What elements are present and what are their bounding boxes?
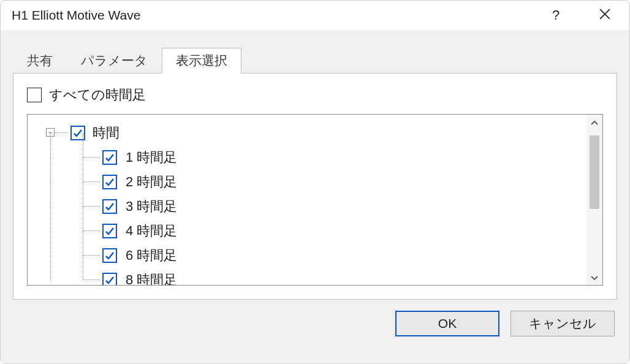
vertical-scrollbar[interactable] bbox=[586, 115, 602, 285]
tree-item[interactable]: 2 時間足 bbox=[41, 170, 583, 194]
all-timeframes-row[interactable]: すべての時間足 bbox=[27, 86, 603, 104]
tab-parameters[interactable]: パラメータ bbox=[67, 47, 162, 73]
tree-item-checkbox[interactable] bbox=[102, 150, 117, 165]
tab-panel-display-selection: すべての時間足 − bbox=[13, 73, 617, 300]
tree-root-hours[interactable]: − 時間 bbox=[41, 121, 583, 145]
chevron-up-icon bbox=[591, 116, 598, 130]
button-bar: OK キャンセル bbox=[1, 300, 629, 336]
scroll-track[interactable] bbox=[586, 131, 602, 269]
help-icon: ? bbox=[552, 7, 560, 23]
tab-label: 表示選択 bbox=[176, 52, 227, 69]
tree-item-label: 8 時間足 bbox=[126, 271, 177, 285]
titlebar: H1 Elliott Motive Wave ? bbox=[1, 1, 629, 30]
close-button[interactable] bbox=[590, 1, 620, 30]
all-timeframes-label: すべての時間足 bbox=[49, 86, 146, 104]
tree-item[interactable]: 8 時間足 bbox=[41, 268, 583, 285]
scroll-down-button[interactable] bbox=[586, 269, 602, 285]
close-icon bbox=[599, 8, 610, 23]
dialog-window: H1 Elliott Motive Wave ? 共有 パラメータ 表示選択 bbox=[0, 0, 630, 364]
tree-guide: − bbox=[41, 121, 70, 145]
cancel-button-label: キャンセル bbox=[529, 315, 596, 332]
chevron-down-icon bbox=[591, 270, 598, 284]
tree-item-checkbox[interactable] bbox=[102, 224, 117, 238]
tree-item-checkbox[interactable] bbox=[102, 273, 117, 285]
tree-item-checkbox[interactable] bbox=[102, 175, 117, 189]
tree-item-label: 2 時間足 bbox=[126, 173, 177, 191]
tree-item-label: 3 時間足 bbox=[126, 197, 177, 216]
timeframe-tree: − 時間 bbox=[27, 114, 603, 286]
tree-item-checkbox[interactable] bbox=[102, 248, 117, 263]
tree-guide bbox=[41, 268, 102, 285]
scroll-up-button[interactable] bbox=[586, 115, 602, 131]
tree-item[interactable]: 3 時間足 bbox=[41, 194, 583, 219]
tree-item-label: 1 時間足 bbox=[126, 148, 177, 167]
tab-share[interactable]: 共有 bbox=[13, 47, 67, 73]
tree-inner: − 時間 bbox=[28, 115, 586, 285]
tree-item[interactable]: 4 時間足 bbox=[41, 219, 583, 243]
help-button[interactable]: ? bbox=[541, 1, 571, 30]
window-title: H1 Elliott Motive Wave bbox=[12, 8, 541, 23]
tab-label: パラメータ bbox=[81, 52, 148, 69]
client-area: 共有 パラメータ 表示選択 すべての時間足 bbox=[1, 30, 629, 363]
tree-item[interactable]: 1 時間足 bbox=[41, 145, 583, 170]
ok-button[interactable]: OK bbox=[395, 311, 499, 336]
tree-item-label: 6 時間足 bbox=[126, 246, 177, 265]
cancel-button[interactable]: キャンセル bbox=[510, 311, 615, 336]
tree-item[interactable]: 6 時間足 bbox=[41, 243, 583, 268]
scroll-thumb[interactable] bbox=[590, 135, 599, 209]
tab-label: 共有 bbox=[27, 52, 53, 69]
tree-root-label: 時間 bbox=[93, 124, 120, 142]
tab-display-selection[interactable]: 表示選択 bbox=[162, 48, 241, 74]
tab-container: 共有 パラメータ 表示選択 すべての時間足 bbox=[13, 47, 617, 300]
all-timeframes-checkbox[interactable] bbox=[27, 88, 42, 102]
tabstrip: 共有 パラメータ 表示選択 bbox=[13, 47, 617, 73]
ok-button-label: OK bbox=[438, 316, 457, 331]
tree-item-label: 4 時間足 bbox=[126, 222, 177, 240]
tree-item-checkbox[interactable] bbox=[102, 199, 117, 214]
